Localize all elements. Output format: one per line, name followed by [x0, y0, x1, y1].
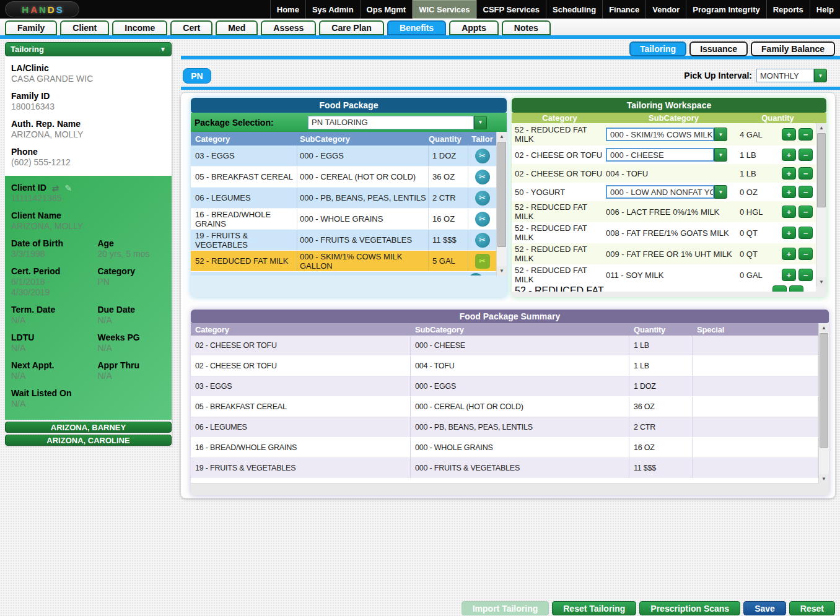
- scissors-icon[interactable]: ✂: [475, 212, 490, 227]
- quantity-decrease-button[interactable]: −: [798, 186, 813, 198]
- scissors-icon[interactable]: ✂: [475, 149, 490, 163]
- nav-item-help[interactable]: Help: [810, 0, 840, 19]
- food-package-row-selected[interactable]: 52 - REDUCED FAT MILK 000 - SKIM/1% COWS…: [191, 251, 496, 272]
- tab-income[interactable]: Income: [112, 20, 167, 35]
- nav-item-wic-services[interactable]: WIC Services: [412, 0, 476, 19]
- quantity-increase-button[interactable]: +: [782, 248, 796, 260]
- subcategory-cell: 004 - TOFU: [606, 169, 740, 178]
- import-tailoring-button[interactable]: Import Tailoring: [462, 601, 549, 615]
- view-tab-family-balance[interactable]: Family Balance: [751, 41, 835, 56]
- nav-item-home[interactable]: Home: [270, 0, 305, 19]
- food-package-row[interactable]: 05 - BREAKFAST CEREAL 000 - CEREAL (HOT …: [191, 167, 496, 188]
- tab-cert[interactable]: Cert: [170, 20, 212, 35]
- save-button[interactable]: Save: [743, 601, 786, 615]
- subcategory-dropdown[interactable]: 000 - LOW AND NONFAT YOG ▼: [606, 185, 740, 199]
- edit-client-icon[interactable]: ✎: [65, 184, 72, 193]
- scroll-up-icon[interactable]: ▲: [819, 323, 829, 332]
- scissors-icon[interactable]: ✂: [475, 254, 490, 269]
- nav-item-ops-mgmt[interactable]: Ops Mgmt: [360, 0, 413, 19]
- quantity-decrease-button[interactable]: −: [798, 206, 813, 218]
- scroll-down-icon[interactable]: ▼: [497, 266, 507, 275]
- quantity-increase-button[interactable]: +: [782, 149, 796, 161]
- quantity-decrease-button[interactable]: −: [798, 128, 813, 141]
- nav-item-program-integrity[interactable]: Program Integrity: [686, 0, 766, 19]
- quantity-increase-button[interactable]: +: [782, 128, 796, 141]
- quantity-increase-button[interactable]: +: [782, 206, 796, 218]
- package-selection-value[interactable]: PN TAILORING: [308, 116, 474, 129]
- quantity-increase-button[interactable]: +: [782, 227, 796, 239]
- scissors-icon[interactable]: ✂: [475, 191, 490, 206]
- tab-notes[interactable]: Notes: [502, 20, 551, 35]
- food-package-row[interactable]: 16 - BREAD/WHOLE GRAINS 000 - WHOLE GRAI…: [191, 209, 496, 230]
- swap-client-icon[interactable]: ⇄: [52, 184, 59, 193]
- subcategory-dropdown[interactable]: 000 - SKIM/1% COWS MILK GA ▼: [606, 128, 740, 141]
- quantity-decrease-button[interactable]: −: [798, 227, 813, 239]
- logo-letter: D: [48, 4, 55, 15]
- client-detail-grid: Date of Birth 3/3/1998 Age 20 yrs, 5 mos…: [11, 238, 165, 388]
- category-tab-pn[interactable]: PN: [183, 68, 211, 84]
- quantity-increase-button[interactable]: +: [782, 186, 796, 198]
- subcategory-dropdown-value[interactable]: 000 - LOW AND NONFAT YOG: [606, 185, 714, 199]
- quantity-increase-button[interactable]: +: [782, 167, 796, 180]
- nav-item-scheduling[interactable]: Scheduling: [546, 0, 602, 19]
- nav-item-csfp-services[interactable]: CSFP Services: [476, 0, 546, 19]
- nav-item-finance[interactable]: Finance: [602, 0, 645, 19]
- summary-header-row: Category SubCategory Quantity Special: [191, 323, 829, 336]
- reset-tailoring-button[interactable]: Reset Tailoring: [552, 601, 636, 615]
- nav-item-vendor[interactable]: Vendor: [645, 0, 686, 19]
- dropdown-arrow-icon[interactable]: ▼: [474, 116, 487, 129]
- nav-item-sys-admin[interactable]: Sys Admin: [305, 0, 360, 19]
- family-member-button-barney[interactable]: ARIZONA, BARNEY: [5, 422, 172, 433]
- scissors-icon[interactable]: ✂: [475, 233, 490, 248]
- column-header-subcategory: SubCategory: [608, 113, 740, 123]
- dropdown-arrow-icon[interactable]: ▼: [714, 128, 727, 141]
- scrollbar-thumb[interactable]: [817, 133, 826, 207]
- package-selection-dropdown[interactable]: PN TAILORING ▼: [308, 116, 487, 129]
- tab-family[interactable]: Family: [5, 20, 57, 35]
- tab-benefits[interactable]: Benefits: [387, 20, 446, 35]
- special-cell: [693, 417, 818, 437]
- scrollbar-thumb[interactable]: [820, 333, 828, 448]
- food-package-row[interactable]: 19 - FRUITS & VEGETABLES 000 - FRUITS & …: [191, 230, 496, 251]
- food-package-row[interactable]: 03 - EGGS 000 - EGGS 1 DOZ ✂: [191, 145, 496, 167]
- scroll-up-icon[interactable]: ▲: [497, 132, 507, 141]
- scrollbar-thumb[interactable]: [497, 142, 506, 247]
- subcategory-dropdown-value[interactable]: 000 - SKIM/1% COWS MILK GA: [606, 128, 714, 141]
- food-package-scrollbar[interactable]: ▲ ▼: [496, 132, 507, 275]
- tab-care-plan[interactable]: Care Plan: [319, 20, 384, 35]
- app-screen: HANDS Home Sys Admin Ops Mgmt WIC Servic…: [0, 0, 840, 616]
- quantity-decrease-button[interactable]: −: [798, 167, 813, 180]
- subcategory-dropdown[interactable]: 000 - CHEESE ▼: [606, 148, 740, 162]
- family-member-button-caroline[interactable]: ARIZONA, CAROLINE: [5, 435, 172, 446]
- quantity-decrease-button[interactable]: −: [798, 269, 813, 281]
- view-tab-tailoring[interactable]: Tailoring: [629, 41, 686, 56]
- scroll-down-icon[interactable]: ▼: [816, 277, 826, 287]
- quantity-decrease-button[interactable]: −: [798, 248, 813, 260]
- tab-med[interactable]: Med: [216, 20, 258, 35]
- summary-scrollbar[interactable]: ▲ ▼: [818, 323, 829, 484]
- food-package-summary-title: Food Package Summary: [191, 310, 829, 323]
- sidebar-section-dropdown[interactable]: Tailoring ▼: [5, 42, 172, 56]
- pickup-interval-value[interactable]: MONTHLY: [756, 69, 814, 82]
- tab-client[interactable]: Client: [60, 20, 109, 35]
- prescription-scans-button[interactable]: Prescription Scans: [639, 601, 740, 615]
- quantity-increase-button[interactable]: +: [782, 269, 796, 281]
- scissors-icon[interactable]: ✂: [475, 170, 490, 184]
- dropdown-arrow-icon[interactable]: ▼: [714, 148, 727, 162]
- workspace-scrollbar[interactable]: ▲ ▼: [816, 123, 826, 287]
- subcategory-dropdown-value[interactable]: 000 - CHEESE: [606, 148, 714, 162]
- quantity-buttons: [770, 285, 803, 292]
- dropdown-arrow-icon[interactable]: ▼: [714, 185, 727, 199]
- quantity-decrease-button[interactable]: −: [798, 149, 813, 161]
- scroll-up-icon[interactable]: ▲: [816, 123, 826, 132]
- reset-button[interactable]: Reset: [789, 601, 835, 615]
- scroll-down-icon[interactable]: ▼: [819, 474, 829, 484]
- nav-item-reports[interactable]: Reports: [766, 0, 810, 19]
- pickup-interval-dropdown[interactable]: MONTHLY ▼: [756, 69, 827, 82]
- view-tab-issuance[interactable]: Issuance: [689, 41, 748, 56]
- summary-row: 02 - CHEESE OR TOFU 000 - CHEESE 1 LB: [191, 336, 818, 356]
- dropdown-arrow-icon[interactable]: ▼: [814, 69, 827, 82]
- tab-assess[interactable]: Assess: [261, 20, 316, 35]
- food-package-row[interactable]: 06 - LEGUMES 000 - PB, BEANS, PEAS, LENT…: [191, 188, 496, 209]
- tab-appts[interactable]: Appts: [449, 20, 499, 35]
